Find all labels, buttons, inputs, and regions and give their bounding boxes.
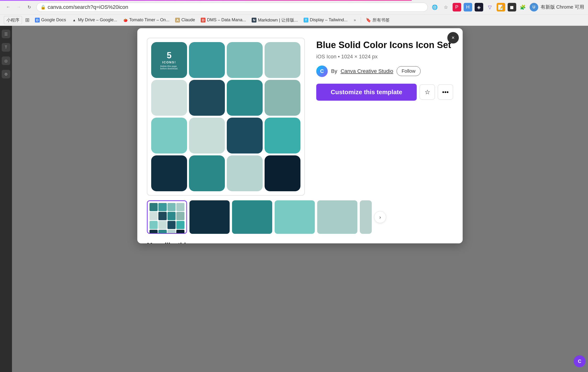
back-button[interactable]: ← xyxy=(4,3,12,11)
profile-avatar[interactable]: U xyxy=(530,3,538,11)
template-meta: iOS Icon • 1024 × 1024 px xyxy=(316,53,453,60)
sidebar-icon-3[interactable]: ◎ xyxy=(2,56,10,65)
ext-1[interactable]: P xyxy=(453,3,461,11)
thumbnail-3[interactable] xyxy=(275,200,315,234)
claude-label: Claude xyxy=(181,17,195,22)
modal-close-button[interactable]: × xyxy=(447,32,459,43)
bookmark-tomato-timer[interactable]: 🍅 Tomato Timer – On... xyxy=(121,17,172,23)
thumb-cell-13 xyxy=(158,230,167,234)
thumb-cell-7 xyxy=(176,212,184,220)
thumb-cell-3 xyxy=(176,203,184,211)
customize-template-button[interactable]: Customize this template xyxy=(316,84,417,101)
thumbnail-0[interactable] xyxy=(147,200,187,234)
page-content: × 5ICONS!Delete this pagebefore download… xyxy=(12,26,588,372)
author-row: C By Canva Creative Studio Follow xyxy=(316,65,453,77)
tomato-label: Tomato Timer – On... xyxy=(129,17,169,22)
icon-cell-7 xyxy=(265,80,300,116)
google-docs-favicon: D xyxy=(35,18,40,22)
bookmark-display-tailwind[interactable]: T Display – Tailwind... xyxy=(301,17,350,23)
more-options-button[interactable]: ••• xyxy=(438,84,453,100)
more-tabs-button[interactable]: » xyxy=(352,17,358,23)
close-icon: × xyxy=(452,35,455,41)
icon-cell-15 xyxy=(265,155,300,191)
sidebar-icon-4[interactable]: ⚙ xyxy=(2,70,10,78)
thumbnail-2[interactable] xyxy=(232,200,272,234)
bookmark-my-drive[interactable]: ▲ My Drive – Google... xyxy=(69,17,120,23)
claude-favicon: A xyxy=(175,18,180,22)
browser-actions: 🌐 ☆ P H ◈ ▽ 📝 ◼ 🧩 U 有新版 Chrome 可用 xyxy=(430,3,584,11)
lock-icon: 🔒 xyxy=(41,5,46,10)
all-bookmarks-label: 所有书签 xyxy=(372,17,390,23)
modal-body: 5ICONS!Delete this pagebefore download. xyxy=(147,38,453,243)
url-text: canva.com/search?q=iOS%20icon xyxy=(48,4,128,10)
translate-button[interactable]: 🌐 xyxy=(430,3,439,11)
sidebar-icon-1[interactable]: ☰ xyxy=(2,30,10,38)
sidebar-icon-2[interactable]: T xyxy=(2,43,10,52)
icon-cell-14 xyxy=(227,155,263,191)
chrome-update-text: 有新版 Chrome 可用 xyxy=(541,4,584,10)
canva-pill[interactable]: C xyxy=(574,355,586,367)
icon-cell-11 xyxy=(265,118,300,154)
ext-3[interactable]: ◈ xyxy=(475,3,483,11)
bookmarks-divider xyxy=(361,17,361,23)
icon-cell-9 xyxy=(189,118,225,154)
grid-apps-button[interactable]: ⊞ xyxy=(23,16,32,24)
info-section: Blue Solid Color Icons Icon Set iOS Icon… xyxy=(316,38,453,243)
star-button[interactable]: ☆ xyxy=(420,84,435,100)
all-bookmarks-button[interactable]: 🔖 所有书签 xyxy=(364,16,392,24)
thumb-cell-4 xyxy=(149,212,158,220)
bookmarks-bar: 小程序 ⊞ D Google Docs ▲ My Drive – Google.… xyxy=(0,14,588,26)
thumbnail-1[interactable] xyxy=(189,200,230,234)
nav-buttons: ← → ↻ xyxy=(4,3,33,11)
ext-6[interactable]: ◼ xyxy=(508,3,516,11)
bookmark-star-button[interactable]: ☆ xyxy=(441,3,450,11)
icon-cell-1 xyxy=(189,42,225,78)
thumb-cell-11 xyxy=(176,221,184,229)
forward-button[interactable]: → xyxy=(14,3,23,11)
follow-button[interactable]: Follow xyxy=(397,66,420,76)
reload-button[interactable]: ↻ xyxy=(25,3,33,11)
markdown-favicon: N xyxy=(252,18,256,22)
thumb-cell-2 xyxy=(168,203,176,211)
icon-cell-8 xyxy=(151,118,187,154)
thumb-cell-12 xyxy=(149,230,158,234)
dms-label: DMS – Data Mana... xyxy=(207,17,246,22)
bookmark-claude[interactable]: A Claude xyxy=(173,17,197,23)
bookmarks-icon: 🔖 xyxy=(366,17,371,23)
thumb-cell-9 xyxy=(158,221,167,229)
customize-row: Customize this template ☆ ••• xyxy=(316,84,453,101)
modal-overlay: × 5ICONS!Delete this pagebefore download… xyxy=(12,26,588,372)
ext-4[interactable]: ▽ xyxy=(486,3,494,11)
miniprogram-button[interactable]: 小程序 xyxy=(4,16,22,24)
tailwind-label: Display – Tailwind... xyxy=(310,17,347,22)
thumbnail-strip: › xyxy=(147,200,305,234)
icon-cell-3 xyxy=(265,42,300,78)
google-docs-label: Google Docs xyxy=(41,17,66,22)
author-name-link[interactable]: Canva Creative Studio xyxy=(341,68,393,74)
icon-cell-6 xyxy=(227,80,263,116)
main-preview: 5ICONS!Delete this pagebefore download. xyxy=(147,38,305,196)
ext-2[interactable]: H xyxy=(464,3,472,11)
thumb-cell-15 xyxy=(176,230,184,234)
address-bar[interactable]: 🔒 canva.com/search?q=iOS%20icon xyxy=(36,3,428,12)
icon-cell-0: 5ICONS!Delete this pagebefore download. xyxy=(151,42,187,78)
icon-cell-2 xyxy=(227,42,263,78)
thumb-cell-6 xyxy=(168,212,176,220)
thumb-cell-14 xyxy=(168,230,176,234)
loading-bar xyxy=(0,0,412,1)
dms-favicon: D xyxy=(201,18,206,22)
author-by-text: By xyxy=(331,68,337,74)
ext-7[interactable]: 🧩 xyxy=(519,3,527,11)
author-avatar: C xyxy=(316,65,328,77)
thumb-cell-0 xyxy=(149,203,158,211)
browser-toolbar: ← → ↻ 🔒 canva.com/search?q=iOS%20icon 🌐 … xyxy=(0,0,588,14)
thumb-cell-5 xyxy=(158,212,167,220)
bookmark-dms[interactable]: D DMS – Data Mana... xyxy=(198,17,248,23)
bookmark-markdown[interactable]: N Markdown | 让排版... xyxy=(249,16,300,24)
thumb-cell-1 xyxy=(158,203,167,211)
icon-cell-5 xyxy=(189,80,225,116)
ext-5[interactable]: 📝 xyxy=(497,3,505,11)
tomato-favicon: 🍅 xyxy=(123,18,128,22)
icon-cell-10 xyxy=(227,118,263,154)
bookmark-google-docs[interactable]: D Google Docs xyxy=(32,17,68,23)
